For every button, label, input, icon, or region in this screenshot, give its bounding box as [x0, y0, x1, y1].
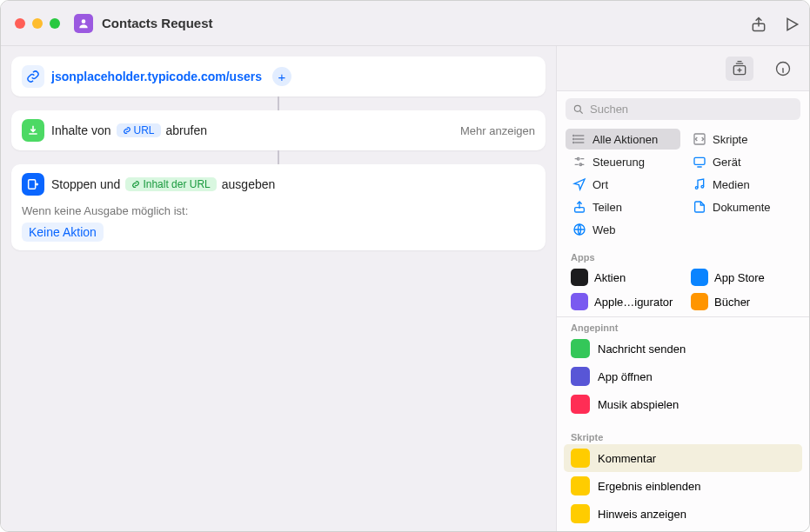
app-label: Apple…igurator	[594, 296, 673, 309]
app-item[interactable]: Bücher	[686, 290, 800, 313]
category-item[interactable]: Ort	[566, 174, 680, 195]
download-icon	[22, 119, 44, 142]
scripts-header: Skripte	[557, 427, 809, 444]
category-icon	[693, 155, 706, 169]
link-icon	[22, 65, 44, 88]
svg-point-7	[573, 135, 574, 136]
action-item[interactable]: Musik abspielen	[564, 390, 802, 418]
action-label: Kommentar	[598, 452, 656, 465]
action-icon	[571, 476, 590, 495]
url-token[interactable]: URL	[117, 123, 161, 137]
action-label: Ergebnis einblenden	[598, 480, 701, 493]
app-label: Bücher	[714, 296, 750, 309]
sidebar-toolbar	[557, 46, 809, 91]
svg-point-8	[573, 138, 574, 139]
category-label: Dokumente	[713, 201, 770, 214]
action-item[interactable]: App öffnen	[564, 362, 802, 390]
category-item[interactable]: Skripte	[686, 129, 800, 150]
apps-grid: AktienApp StoreApple…iguratorBücher	[557, 264, 809, 316]
category-icon	[572, 155, 586, 169]
category-label: Medien	[713, 178, 750, 191]
action-icon	[571, 449, 590, 468]
close-button[interactable]	[15, 18, 25, 29]
svg-point-9	[573, 142, 574, 143]
category-icon	[572, 132, 586, 146]
minimize-button[interactable]	[32, 18, 43, 29]
action-item[interactable]: Ergebnis einblenden	[564, 472, 802, 500]
action-icon	[571, 367, 590, 386]
connector	[278, 96, 279, 110]
category-item[interactable]: Alle Aktionen	[566, 129, 680, 150]
pinned-list: Nachricht sendenApp öffnenMusik abspiele…	[557, 335, 809, 418]
sidebar: Alle AktionenSkripteSteuerungGerätOrtMed…	[556, 46, 809, 531]
content-token[interactable]: Inhalt der URL	[125, 177, 216, 191]
stop-output-card[interactable]: Stoppen und Inhalt der URL ausgeben Wenn…	[11, 164, 546, 250]
scripts-list: KommentarErgebnis einblendenHinweis anze…	[557, 444, 809, 531]
get-contents-card[interactable]: Inhalte von URL abrufen Mehr anzeigen	[11, 110, 546, 150]
svg-rect-3	[29, 180, 36, 190]
shortcut-icon	[74, 14, 93, 33]
app-icon	[691, 269, 708, 286]
app-icon	[571, 293, 588, 310]
stop-suffix: ausgeben	[222, 177, 276, 191]
info-button[interactable]	[769, 57, 797, 81]
category-icon	[572, 177, 586, 191]
search-icon	[572, 103, 585, 116]
app-label: App Store	[714, 271, 765, 284]
category-label: Ort	[592, 178, 608, 191]
category-icon	[693, 132, 706, 146]
connector	[278, 150, 279, 164]
category-icon	[693, 177, 706, 191]
maximize-button[interactable]	[50, 18, 60, 29]
app-item[interactable]: Aktien	[566, 266, 680, 289]
category-icon	[572, 223, 586, 236]
share-button[interactable]	[750, 16, 766, 31]
action-item[interactable]: Kommentar	[564, 444, 802, 472]
output-icon	[22, 173, 44, 196]
search-box	[566, 98, 800, 120]
action-label: Musik abspielen	[598, 398, 679, 411]
run-button[interactable]	[783, 16, 799, 31]
url-text[interactable]: jsonplaceholder.typicode.com/users	[51, 70, 262, 83]
add-url-button[interactable]: +	[272, 67, 291, 86]
action-label: Nachricht senden	[598, 342, 686, 356]
svg-point-0	[82, 19, 86, 23]
search-input[interactable]	[566, 98, 800, 120]
action-item[interactable]: Nach Eingabe fragen	[564, 528, 802, 531]
category-icon	[572, 200, 586, 214]
category-grid: Alle AktionenSkripteSteuerungGerätOrtMed…	[557, 127, 809, 247]
page-title: Contacts Request	[102, 16, 213, 30]
app-item[interactable]: Apple…igurator	[566, 290, 680, 313]
app-item[interactable]: App Store	[686, 266, 800, 289]
app-icon	[691, 293, 708, 310]
category-label: Alle Aktionen	[592, 133, 658, 146]
show-more-button[interactable]: Mehr anzeigen	[460, 124, 535, 137]
no-action-value[interactable]: Keine Aktion	[22, 223, 104, 242]
category-item[interactable]: Dokumente	[686, 196, 800, 217]
if-no-output-label: Wenn keine Ausgabe möglich ist:	[22, 204, 535, 217]
category-icon	[693, 200, 706, 214]
category-label: Teilen	[592, 201, 622, 214]
category-label: Web	[592, 223, 616, 236]
app-label: Aktien	[594, 271, 626, 284]
action-icon	[571, 395, 590, 414]
action-icon	[571, 504, 590, 523]
app-icon	[571, 269, 588, 286]
action-item[interactable]: Hinweis anzeigen	[564, 500, 802, 528]
category-item[interactable]: Teilen	[566, 196, 680, 217]
get-contents-prefix: Inhalte von	[51, 123, 111, 137]
category-item[interactable]: Medien	[686, 174, 800, 195]
get-contents-suffix: abrufen	[166, 123, 207, 137]
pinned-header: Angepinnt	[557, 317, 809, 335]
category-item[interactable]: Web	[566, 219, 680, 240]
url-action-card[interactable]: jsonplaceholder.typicode.com/users +	[11, 57, 546, 96]
action-icon	[571, 339, 590, 358]
category-item[interactable]: Steuerung	[566, 151, 680, 172]
svg-point-15	[701, 185, 704, 188]
svg-point-14	[695, 187, 698, 190]
category-item[interactable]: Gerät	[686, 151, 800, 172]
category-label: Gerät	[713, 156, 741, 169]
action-item[interactable]: Nachricht senden	[564, 335, 802, 362]
library-button[interactable]	[726, 57, 753, 81]
action-label: App öffnen	[598, 370, 653, 383]
